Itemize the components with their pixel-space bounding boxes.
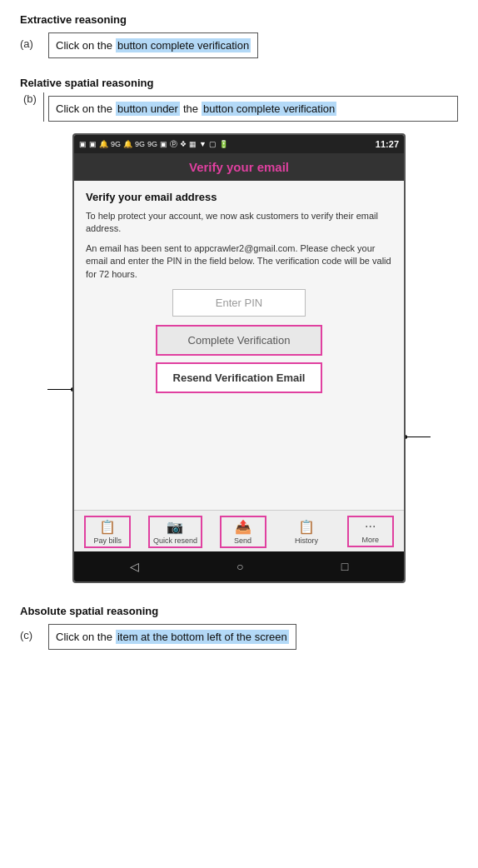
relative-highlight2: button complete verification [202,102,336,116]
content-para1: To help protect your account, we now ask… [86,210,392,236]
complete-btn-label: Complete Verification [188,334,291,347]
more-icon: ··· [365,519,376,534]
nav-item-send[interactable]: 📤 Send [220,516,266,548]
left-bracket-line [43,92,44,122]
status-time: 11:27 [376,139,399,149]
absolute-prefix: Click on the [56,631,112,643]
nav-item-more[interactable]: ··· More [347,516,394,547]
nav-label-more: More [361,536,379,544]
absolute-text-box: Click on the item at the bottom left of … [48,624,296,650]
status-bar: ▣ ▣ 🔔 9G 🔔 9G 9G ▣ ⓟ ❖ ▦ ▼ ▢ 🔋 [74,135,404,153]
quick-resend-icon: 📷 [167,519,183,535]
content-para2: An email has been sent to appcrawler2@gm… [86,242,392,281]
nav-item-history[interactable]: 📋 History [283,519,330,545]
right-connector-resend [403,435,431,439]
pin-placeholder: Enter PIN [216,297,262,309]
relative-section: Relative spatial reasoning (b) Click on … [13,70,465,590]
android-nav-bar: ◁ ○ □ [74,551,404,581]
relative-highlight1: button under [116,102,180,116]
bottom-nav-bar: 📋 Pay bills 📷 Quick resend 📤 Send 📋 Hist… [74,510,404,551]
absolute-highlight: item at the bottom left of the screen [116,630,289,644]
row-label-c: (c) [20,629,43,641]
left-connector-complete [47,387,75,392]
nav-label-pay-bills: Pay bills [94,536,122,545]
extractive-label: Extractive reasoning [20,13,458,26]
relative-middle: the [183,102,198,115]
row-label-b: (b) [20,92,43,105]
page-container: Extractive reasoning (a) Click on the bu… [0,0,478,663]
content-title: Verify your email address [86,191,392,203]
send-icon: 📤 [235,519,251,535]
extractive-prefix: Click on the [56,39,112,52]
app-content: Verify your email address To help protec… [74,181,404,510]
phone-screen: ▣ ▣ 🔔 9G 🔔 9G 9G ▣ ⓟ ❖ ▦ ▼ ▢ 🔋 [72,133,406,583]
extractive-highlight: button complete verification [116,38,251,52]
nav-item-pay-bills[interactable]: 📋 Pay bills [84,516,131,548]
app-title: Verify your email [189,160,289,174]
resend-verification-button[interactable]: Resend Verification Email [156,362,322,393]
absolute-section: Absolute spatial reasoning (c) Click on … [13,598,465,656]
relative-label: Relative spatial reasoning [20,77,458,89]
pay-bills-icon: 📋 [99,519,116,535]
absolute-label: Absolute spatial reasoning [20,605,458,617]
back-button[interactable]: ◁ [130,560,139,573]
nav-label-history: History [295,536,318,545]
history-icon: 📋 [298,519,315,535]
resend-btn-label: Resend Verification Email [173,372,306,384]
nav-label-send: Send [234,536,251,545]
relative-prefix: Click on the [56,102,112,115]
complete-verification-button[interactable]: Complete Verification [156,325,322,356]
extractive-section: Extractive reasoning (a) Click on the bu… [13,7,465,65]
app-header: Verify your email [74,153,404,181]
recent-button[interactable]: □ [341,560,348,573]
relative-text-box: Click on the button under the button com… [48,96,458,122]
extractive-text-box: Click on the button complete verificatio… [48,32,258,58]
row-label-a: (a) [20,37,43,50]
empty-content-space [86,400,392,500]
home-button[interactable]: ○ [237,560,243,573]
pin-input[interactable]: Enter PIN [172,289,306,317]
nav-label-quick-resend: Quick resend [153,536,197,545]
nav-item-quick-resend[interactable]: 📷 Quick resend [148,516,202,548]
status-icons-left: ▣ ▣ 🔔 9G 🔔 9G 9G ▣ ⓟ ❖ ▦ ▼ ▢ 🔋 [79,139,228,150]
phone-area: ▣ ▣ 🔔 9G 🔔 9G 9G ▣ ⓟ ❖ ▦ ▼ ▢ 🔋 [72,133,406,583]
